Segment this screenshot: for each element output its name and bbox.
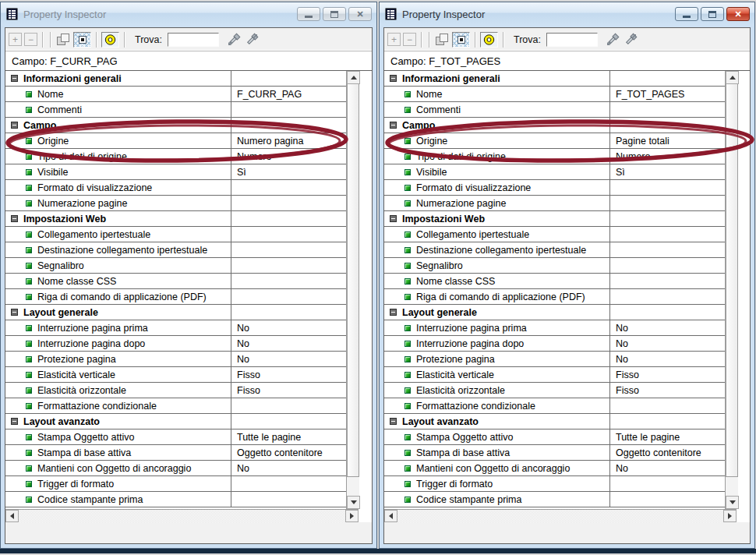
- property-value[interactable]: Numero: [610, 149, 725, 164]
- property-row[interactable]: Elasticità verticaleFisso: [384, 367, 725, 383]
- scroll-right-button[interactable]: [345, 510, 359, 522]
- property-value[interactable]: [610, 476, 725, 491]
- property-row[interactable]: Nome classe CSS: [5, 274, 346, 289]
- property-row[interactable]: NomeF_TOT_PAGES: [384, 87, 725, 102]
- section-row[interactable]: Layout avanzato: [384, 414, 725, 430]
- property-row[interactable]: Formato di visualizzazione: [384, 180, 725, 196]
- property-value[interactable]: [231, 476, 346, 491]
- collapse-icon[interactable]: [11, 122, 18, 129]
- titlebar[interactable]: Property Inspector ✕: [1, 2, 376, 26]
- property-row[interactable]: Codice stampante prima: [384, 492, 725, 507]
- property-value[interactable]: No: [231, 461, 346, 475]
- property-value[interactable]: [231, 258, 346, 273]
- section-row[interactable]: Impostazioni Web: [384, 211, 725, 227]
- property-value[interactable]: Pagine totali: [610, 133, 725, 148]
- property-row[interactable]: Codice stampante prima: [5, 492, 346, 507]
- section-row[interactable]: Informazioni generali: [5, 71, 346, 87]
- property-value[interactable]: [610, 289, 725, 304]
- property-value[interactable]: Fisso: [231, 383, 346, 398]
- property-row[interactable]: Interruzione pagina primaNo: [384, 320, 725, 336]
- property-row[interactable]: Elasticità orizzontaleFisso: [5, 383, 346, 398]
- section-row[interactable]: Layout generale: [5, 305, 346, 320]
- close-button[interactable]: ✕: [348, 7, 372, 21]
- property-value[interactable]: [610, 305, 725, 320]
- property-value[interactable]: F_CURR_PAG: [231, 87, 346, 101]
- property-value[interactable]: [610, 211, 725, 226]
- horizontal-scroll-track[interactable]: [397, 510, 723, 522]
- property-row[interactable]: Collegamento ipertestuale: [384, 227, 725, 242]
- property-value[interactable]: Oggetto contenitore: [610, 445, 725, 460]
- section-row[interactable]: Impostazioni Web: [5, 211, 346, 227]
- property-row[interactable]: Stampa Oggetto attivoTutte le pagine: [5, 430, 346, 445]
- property-value[interactable]: No: [231, 352, 346, 366]
- vertical-scroll-thumb[interactable]: [726, 84, 738, 477]
- property-value[interactable]: No: [610, 320, 725, 335]
- property-value[interactable]: Oggetto contenitore: [231, 445, 346, 460]
- property-row[interactable]: NomeF_CURR_PAG: [5, 87, 346, 102]
- intersection-button[interactable]: [452, 32, 470, 48]
- property-row[interactable]: Segnalibro: [5, 258, 346, 274]
- property-value[interactable]: [610, 242, 725, 257]
- scroll-left-button[interactable]: [5, 510, 19, 522]
- property-value[interactable]: No: [231, 320, 346, 335]
- maximize-button[interactable]: [701, 7, 724, 21]
- find-next-button[interactable]: [605, 32, 620, 48]
- collapse-icon[interactable]: [11, 75, 18, 82]
- property-row[interactable]: Interruzione pagina primaNo: [5, 320, 346, 336]
- property-value[interactable]: [231, 102, 346, 117]
- property-row[interactable]: Mantieni con Oggetto di ancoraggioNo: [5, 461, 346, 476]
- section-row[interactable]: Campo: [384, 118, 725, 133]
- expand-button[interactable]: +: [9, 33, 22, 46]
- property-value[interactable]: Numero: [231, 149, 346, 164]
- property-value[interactable]: [231, 274, 346, 288]
- property-value[interactable]: [231, 305, 346, 320]
- collapse-icon[interactable]: [390, 309, 397, 316]
- property-row[interactable]: Commenti: [5, 102, 346, 118]
- find-input[interactable]: [546, 33, 598, 47]
- property-value[interactable]: [231, 196, 346, 210]
- scroll-right-button[interactable]: [723, 510, 737, 522]
- find-input[interactable]: [168, 33, 219, 47]
- property-row[interactable]: Trigger di formato: [384, 476, 725, 492]
- collapse-icon[interactable]: [390, 75, 397, 82]
- property-value[interactable]: No: [610, 336, 725, 351]
- property-row[interactable]: Formattazione condizionale: [384, 398, 725, 414]
- property-value[interactable]: [610, 274, 725, 288]
- property-value[interactable]: [610, 398, 725, 413]
- property-value[interactable]: Fisso: [610, 383, 725, 398]
- property-value[interactable]: Fisso: [610, 367, 725, 382]
- vertical-scrollbar[interactable]: [346, 71, 359, 509]
- horizontal-scroll-track[interactable]: [19, 510, 345, 522]
- collapse-button[interactable]: −: [403, 33, 416, 46]
- horizontal-scrollbar[interactable]: [5, 509, 359, 522]
- minimize-button[interactable]: [675, 7, 698, 21]
- collapse-icon[interactable]: [390, 215, 397, 222]
- property-row[interactable]: VisibileSì: [384, 164, 725, 180]
- scroll-down-button[interactable]: [726, 496, 739, 509]
- property-value[interactable]: [231, 242, 346, 257]
- union-button[interactable]: [55, 32, 71, 47]
- horizontal-scrollbar[interactable]: [384, 509, 737, 522]
- property-value[interactable]: [610, 180, 725, 195]
- intersection-button[interactable]: [73, 32, 91, 48]
- find-previous-button[interactable]: [244, 32, 260, 48]
- section-row[interactable]: Layout avanzato: [5, 414, 346, 430]
- property-value[interactable]: Numero pagina: [231, 133, 346, 148]
- titlebar[interactable]: Property Inspector ✕: [380, 2, 754, 26]
- property-row[interactable]: Riga di comando di applicazione (PDF): [5, 289, 346, 305]
- property-value[interactable]: [231, 71, 346, 86]
- property-value[interactable]: [231, 492, 346, 507]
- collapse-icon[interactable]: [11, 215, 18, 222]
- maximize-button[interactable]: [323, 7, 346, 21]
- property-value[interactable]: [610, 492, 725, 507]
- scroll-up-button[interactable]: [726, 71, 739, 84]
- property-value[interactable]: No: [610, 461, 725, 475]
- property-value[interactable]: [231, 211, 346, 226]
- property-row[interactable]: Formato di visualizzazione: [5, 180, 346, 196]
- property-value[interactable]: No: [231, 336, 346, 351]
- scroll-left-button[interactable]: [384, 510, 397, 522]
- property-value[interactable]: [610, 414, 725, 429]
- expand-button[interactable]: +: [387, 33, 401, 46]
- property-row[interactable]: Interruzione pagina dopoNo: [5, 336, 346, 352]
- property-value[interactable]: [231, 398, 346, 413]
